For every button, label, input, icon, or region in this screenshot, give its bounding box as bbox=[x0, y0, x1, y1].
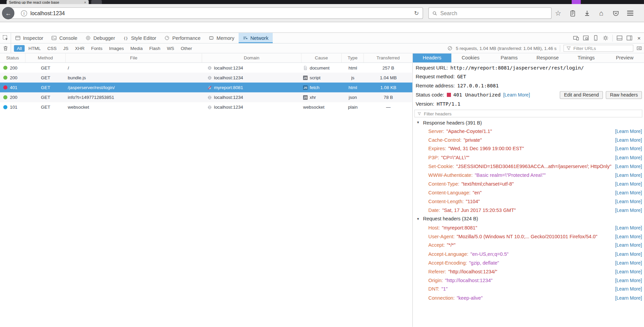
learn-more-link[interactable]: [Learn More] bbox=[615, 234, 644, 239]
devtools-tab-performance[interactable]: Performance bbox=[160, 33, 205, 43]
learn-more-link[interactable]: [Learn More] bbox=[615, 243, 644, 248]
details-tab-headers[interactable]: Headers bbox=[413, 53, 451, 62]
column-header-method[interactable]: Method bbox=[25, 53, 65, 62]
request-row[interactable]: 101GETwebsocketlocalhost:1234websocketpl… bbox=[0, 102, 412, 112]
learn-more-link[interactable]: [Learn More] bbox=[615, 155, 644, 160]
page-info-icon[interactable]: i bbox=[21, 10, 27, 16]
learn-more-link[interactable]: [Learn More] bbox=[615, 278, 644, 283]
filter-images[interactable]: Images bbox=[106, 45, 127, 51]
filter-other[interactable]: Other bbox=[178, 45, 195, 51]
column-header-cause[interactable]: Cause bbox=[301, 53, 342, 62]
request-row[interactable]: 200GETinfo?t=1497712853851localhost:1234… bbox=[0, 92, 412, 102]
type-cell: html bbox=[342, 85, 364, 90]
learn-more-link[interactable]: [Learn More] bbox=[615, 252, 644, 257]
column-header-domain[interactable]: Domain bbox=[202, 53, 301, 62]
learn-more-link[interactable]: [Learn More] bbox=[615, 208, 644, 213]
request-table-header[interactable]: StatusMethodFileDomainCauseTypeTransferr… bbox=[0, 53, 412, 63]
learn-more-link[interactable]: [Learn More] bbox=[615, 269, 644, 274]
settings-gear-icon[interactable] bbox=[602, 35, 609, 41]
learn-more-link[interactable]: [Learn More] bbox=[615, 287, 644, 292]
column-header-transferred[interactable]: Transferred bbox=[364, 53, 413, 62]
bookmark-star-icon[interactable]: ☆ bbox=[554, 9, 562, 17]
details-tab-preview[interactable]: Preview bbox=[606, 53, 644, 62]
filter-css[interactable]: CSS bbox=[45, 45, 60, 51]
learn-more-link[interactable]: [Learn More] bbox=[615, 138, 644, 143]
select-iframe-icon[interactable] bbox=[583, 35, 589, 41]
details-tab-params[interactable]: Params bbox=[490, 53, 528, 62]
filter-xhr[interactable]: XHR bbox=[72, 45, 87, 51]
search-bar[interactable] bbox=[428, 7, 552, 19]
learn-more-link[interactable]: [Learn More] bbox=[615, 164, 644, 169]
filter-fonts[interactable]: Fonts bbox=[88, 45, 105, 51]
devtools-tab-console[interactable]: Console bbox=[47, 33, 81, 43]
learn-more-link[interactable]: [Learn More] bbox=[503, 92, 530, 98]
filter-headers-input[interactable] bbox=[424, 111, 640, 116]
device-icon[interactable] bbox=[593, 35, 599, 41]
details-tab-cookies[interactable]: Cookies bbox=[451, 53, 490, 62]
learn-more-link[interactable]: [Learn More] bbox=[615, 190, 644, 195]
section-title-request-headers-324-b-[interactable]: ▼Request headers (324 B) bbox=[413, 215, 644, 223]
raw-headers-button[interactable]: Raw headers bbox=[606, 91, 642, 99]
details-tab-response[interactable]: Response bbox=[528, 53, 567, 62]
filter-flash[interactable]: Flash bbox=[146, 45, 163, 51]
domain-cell: localhost:1234 bbox=[202, 105, 301, 110]
filter-urls-input[interactable] bbox=[573, 46, 632, 51]
devtools-tab-memory[interactable]: Memory bbox=[205, 33, 238, 43]
responsive-design-icon[interactable] bbox=[573, 35, 579, 41]
method-cell: GET bbox=[25, 85, 65, 90]
element-picker-button[interactable] bbox=[0, 33, 11, 43]
devtools-tab-style-editor[interactable]: {}Style Editor bbox=[119, 33, 160, 43]
url-text[interactable]: localhost:1234 bbox=[30, 10, 65, 16]
style-editor-icon: {} bbox=[123, 35, 129, 41]
devtools-tab-inspector[interactable]: Inspector bbox=[11, 33, 48, 43]
pocket-icon[interactable] bbox=[612, 9, 620, 17]
back-button[interactable]: ← bbox=[2, 7, 15, 20]
column-header-status[interactable]: Status bbox=[0, 53, 25, 62]
learn-more-link[interactable]: [Learn More] bbox=[615, 182, 644, 187]
bookmarks-menu-icon[interactable] bbox=[568, 9, 576, 17]
devtools-tab-label: Inspector bbox=[23, 35, 43, 41]
search-input[interactable] bbox=[440, 10, 548, 16]
filter-headers-box[interactable] bbox=[414, 110, 642, 117]
devtools-tab-debugger[interactable]: Debugger bbox=[81, 33, 119, 43]
filter-ws[interactable]: WS bbox=[164, 45, 177, 51]
clear-requests-button[interactable] bbox=[0, 44, 11, 53]
request-row[interactable]: 200GETbundle.jslocalhost:1234JSscriptjs1… bbox=[0, 73, 412, 82]
edit-and-resend-button[interactable]: Edit and Resend bbox=[560, 91, 603, 99]
request-row[interactable]: 200GET/localhost:1234documenthtml257 B bbox=[0, 63, 412, 73]
filter-media[interactable]: Media bbox=[128, 45, 146, 51]
reload-icon[interactable]: ↻ bbox=[414, 10, 419, 16]
extension-badge[interactable] bbox=[572, 0, 581, 4]
column-header-file[interactable]: File bbox=[66, 53, 202, 62]
learn-more-link[interactable]: [Learn More] bbox=[615, 225, 644, 230]
menu-hamburger-icon[interactable] bbox=[626, 9, 634, 17]
dock-side-icon[interactable] bbox=[626, 35, 632, 41]
close-devtools-icon[interactable]: × bbox=[636, 35, 642, 41]
learn-more-link[interactable]: [Learn More] bbox=[615, 129, 644, 134]
learn-more-link[interactable]: [Learn More] bbox=[615, 261, 644, 266]
learn-more-link[interactable]: [Learn More] bbox=[615, 199, 644, 204]
tab-close-icon[interactable]: × bbox=[84, 0, 86, 4]
learn-more-link[interactable]: [Learn More] bbox=[615, 296, 644, 301]
devtools-tab-network[interactable]: Network bbox=[238, 33, 272, 43]
request-row[interactable]: 401GET/jasperserver/rest/login/myreport:… bbox=[0, 83, 412, 92]
url-bar[interactable]: i localhost:1234 ↻ bbox=[9, 7, 423, 19]
new-tab-button[interactable] bbox=[91, 0, 102, 4]
header-item: User-Agent:"Mozilla/5.0 (Windows NT 10.0… bbox=[413, 232, 644, 241]
column-header-type[interactable]: Type bbox=[342, 53, 364, 62]
section-title-response-headers-391-b-[interactable]: ▼Response headers (391 B) bbox=[413, 118, 644, 127]
browser-tab[interactable]: Setting up the react code base × bbox=[6, 0, 88, 4]
header-item: Referer:"http://localhost:1234/"[Learn M… bbox=[413, 267, 644, 276]
downloads-icon[interactable] bbox=[583, 9, 591, 17]
filter-urls-box[interactable] bbox=[563, 45, 633, 52]
split-console-icon[interactable] bbox=[616, 35, 622, 41]
details-tab-timings[interactable]: Timings bbox=[567, 53, 606, 62]
home-icon[interactable]: ⌂ bbox=[597, 9, 605, 17]
learn-more-link[interactable]: [Learn More] bbox=[615, 146, 644, 152]
filter-html[interactable]: HTML bbox=[26, 45, 44, 51]
filter-all[interactable]: All bbox=[14, 45, 25, 51]
learn-more-link[interactable]: [Learn More] bbox=[615, 173, 644, 178]
performance-analysis-icon[interactable] bbox=[447, 46, 453, 51]
details-pane-toggle-icon[interactable] bbox=[637, 46, 642, 51]
filter-js[interactable]: JS bbox=[60, 45, 72, 51]
